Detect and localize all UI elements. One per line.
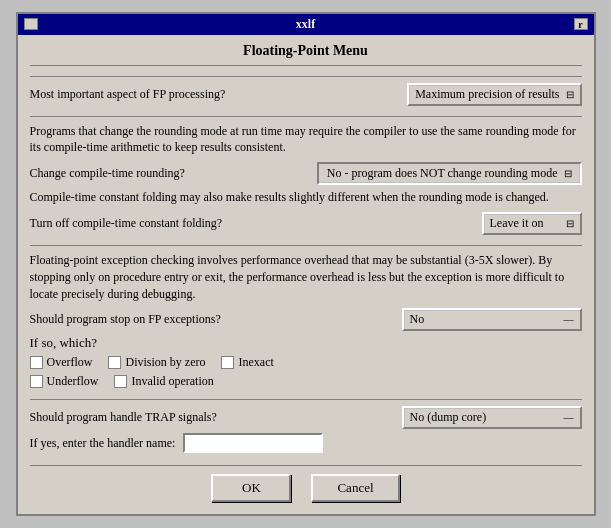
cancel-button[interactable]: Cancel	[311, 474, 399, 502]
exception-arrow: —	[564, 314, 574, 325]
invalidop-label: Invalid operation	[131, 374, 213, 389]
ifso-label: If so, which?	[30, 335, 98, 351]
importance-label: Most important aspect of FP processing?	[30, 87, 408, 102]
rounding-label: Change compile-time rounding?	[30, 166, 317, 181]
window-resize-btn[interactable]: r	[574, 18, 588, 30]
overflow-checkbox[interactable]	[30, 356, 43, 369]
divbyzero-label: Division by zero	[125, 355, 205, 370]
section-rounding: Programs that change the rounding mode a…	[30, 116, 582, 245]
folding-value: Leave it on	[490, 216, 544, 231]
window-close-btn[interactable]	[24, 18, 38, 30]
rounding-description: Programs that change the rounding mode a…	[30, 123, 582, 157]
exception-value: No	[410, 312, 425, 327]
exception-label: Should program stop on FP exceptions?	[30, 312, 402, 327]
importance-dropdown[interactable]: Maximum precision of results ⊟	[407, 83, 581, 106]
exception-description: Floating-point exception checking involv…	[30, 252, 582, 302]
importance-arrow: ⊟	[566, 89, 574, 100]
section-exceptions: Floating-point exception checking involv…	[30, 245, 582, 399]
menu-title: Floating-Point Menu	[30, 43, 582, 66]
importance-row: Most important aspect of FP processing? …	[30, 83, 582, 106]
inexact-checkbox[interactable]	[221, 356, 234, 369]
divbyzero-checkbox[interactable]	[108, 356, 121, 369]
trap-value: No (dump core)	[410, 410, 487, 425]
handler-label: If yes, enter the handler name:	[30, 436, 176, 451]
section-importance: Most important aspect of FP processing? …	[30, 76, 582, 116]
button-row: OK Cancel	[30, 465, 582, 506]
folding-label: Turn off compile-time constant folding?	[30, 216, 482, 231]
rounding-row: Change compile-time rounding? No - progr…	[30, 162, 582, 185]
overflow-label: Overflow	[47, 355, 93, 370]
invalidop-checkbox-item[interactable]: Invalid operation	[114, 374, 213, 389]
trap-arrow: —	[564, 412, 574, 423]
folding-arrow: ⊟	[566, 218, 574, 229]
handler-row: If yes, enter the handler name:	[30, 433, 582, 453]
inexact-label: Inexact	[238, 355, 273, 370]
rounding-dropdown[interactable]: No - program does NOT change rounding mo…	[317, 162, 582, 185]
invalidop-checkbox[interactable]	[114, 375, 127, 388]
folding-description: Compile-time constant folding may also m…	[30, 189, 582, 206]
trap-row: Should program handle TRAP signals? No (…	[30, 406, 582, 429]
underflow-checkbox-item[interactable]: Underflow	[30, 374, 99, 389]
trap-label: Should program handle TRAP signals?	[30, 410, 402, 425]
rounding-value: No - program does NOT change rounding mo…	[327, 166, 558, 181]
folding-dropdown[interactable]: Leave it on ⊟	[482, 212, 582, 235]
inexact-checkbox-item[interactable]: Inexact	[221, 355, 273, 370]
folding-row: Turn off compile-time constant folding? …	[30, 212, 582, 235]
section-trap: Should program handle TRAP signals? No (…	[30, 399, 582, 459]
window-content: Floating-Point Menu Most important aspec…	[18, 35, 594, 515]
handler-input[interactable]	[183, 433, 323, 453]
checkboxes-row2: Underflow Invalid operation	[30, 374, 582, 389]
importance-value: Maximum precision of results	[415, 87, 559, 102]
exception-row: Should program stop on FP exceptions? No…	[30, 308, 582, 331]
underflow-checkbox[interactable]	[30, 375, 43, 388]
overflow-checkbox-item[interactable]: Overflow	[30, 355, 93, 370]
divbyzero-checkbox-item[interactable]: Division by zero	[108, 355, 205, 370]
checkboxes-row1: Overflow Division by zero Inexact	[30, 355, 582, 370]
exception-dropdown[interactable]: No —	[402, 308, 582, 331]
rounding-arrow: ⊟	[564, 168, 572, 179]
ifso-row: If so, which?	[30, 335, 582, 351]
underflow-label: Underflow	[47, 374, 99, 389]
title-bar: xxlf r	[18, 14, 594, 35]
main-window: xxlf r Floating-Point Menu Most importan…	[16, 12, 596, 517]
window-title: xxlf	[38, 17, 574, 32]
trap-dropdown[interactable]: No (dump core) —	[402, 406, 582, 429]
ok-button[interactable]: OK	[211, 474, 291, 502]
